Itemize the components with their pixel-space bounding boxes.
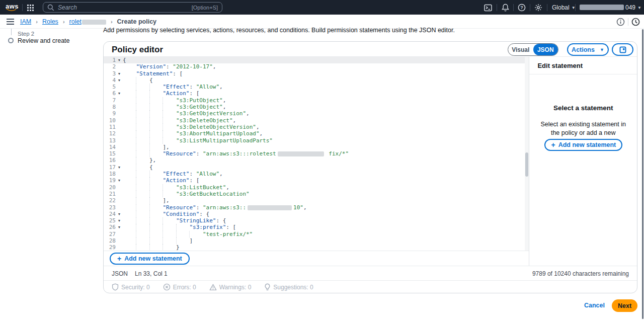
code-line[interactable]: 16}, xyxy=(104,157,529,164)
line-number: 1 xyxy=(104,57,116,63)
add-new-statement-button[interactable]: + Add new statement xyxy=(110,253,190,265)
info-panel-button[interactable] xyxy=(616,18,625,26)
fold-arrow-icon[interactable]: ▼ xyxy=(116,217,123,224)
line-number: 25 xyxy=(104,217,116,224)
global-search[interactable]: [Option+S] xyxy=(43,2,222,13)
indent-guide xyxy=(189,231,202,237)
code-line[interactable]: 27"test-prefix/*" xyxy=(104,231,529,237)
code-line[interactable]: 1▼{ xyxy=(104,57,529,63)
fold-arrow-icon[interactable]: ▼ xyxy=(116,164,123,171)
cloudshell-button[interactable] xyxy=(484,3,493,12)
code-line[interactable]: 28] xyxy=(104,237,529,244)
panel-add-new-statement-button[interactable]: + Add new statement xyxy=(544,139,622,151)
add-statement-label: Add new statement xyxy=(124,255,182,262)
side-nav-toggle[interactable] xyxy=(6,18,15,26)
services-menu-button[interactable] xyxy=(26,3,35,12)
code-line[interactable]: 24▼"Condition": { xyxy=(104,211,529,217)
code-line[interactable]: 23"Resource": "arn:aws:s3::10", xyxy=(104,204,529,211)
editor-scrollbar-thumb[interactable] xyxy=(525,152,528,177)
code-line[interactable]: 19▼"Action": [ xyxy=(104,177,529,184)
indent-guide xyxy=(176,231,189,237)
code-line[interactable]: 13"s3:ListMultipartUploadParts" xyxy=(104,137,529,144)
aws-logo[interactable]: aws xyxy=(6,3,19,12)
code-line[interactable]: 17▼{ xyxy=(104,164,529,171)
code-line[interactable]: 3▼"Statement": [ xyxy=(104,70,529,77)
fold-arrow-icon[interactable]: ▼ xyxy=(116,70,123,77)
fold-arrow-icon[interactable]: ▼ xyxy=(116,177,123,184)
next-button[interactable]: Next xyxy=(612,299,637,312)
indent-guide xyxy=(149,150,163,157)
divider xyxy=(575,4,576,11)
code-line[interactable]: 14], xyxy=(104,144,529,150)
code-line[interactable]: 12"s3:AbortMultipartUpload", xyxy=(104,130,529,137)
code-line[interactable]: 9"s3:GetObjectVersion", xyxy=(104,110,529,117)
notifications-button[interactable] xyxy=(501,3,510,12)
code-line[interactable]: 22], xyxy=(104,197,529,204)
code-line[interactable]: 6▼"Action": [ xyxy=(104,90,529,97)
cancel-button[interactable]: Cancel xyxy=(584,302,605,309)
code-text: "Statement": [ xyxy=(123,70,183,77)
indent-guide xyxy=(123,70,136,77)
recently-visited-button[interactable] xyxy=(631,18,640,26)
code-text: { xyxy=(123,164,153,171)
settings-button[interactable] xyxy=(534,3,543,12)
actions-dropdown-button[interactable]: Actions ▼ xyxy=(567,43,609,56)
fold-arrow-icon[interactable]: ▼ xyxy=(116,90,123,97)
breadcrumb-iam[interactable]: IAM xyxy=(20,18,31,25)
redacted-text xyxy=(248,205,292,210)
fold-gutter xyxy=(116,137,123,144)
indent-guide xyxy=(163,237,176,244)
fold-arrow-icon[interactable]: ▼ xyxy=(116,224,123,230)
code-line[interactable]: 10"s3:DeleteObject", xyxy=(104,117,529,124)
code-line[interactable]: 25▼"StringLike": { xyxy=(104,217,529,224)
region-selector[interactable]: Global▼ xyxy=(552,4,576,11)
code-editor[interactable]: 1▼{2"Version": "2012-10-17",3▼"Statement… xyxy=(104,57,529,251)
indent-guide xyxy=(136,84,149,90)
panel-add-statement-label: Add new statement xyxy=(558,141,616,148)
account-menu[interactable]: 049▼ xyxy=(625,4,641,11)
indent-guide xyxy=(149,217,163,224)
indent-guide xyxy=(149,110,163,117)
indent-guide xyxy=(123,184,136,191)
code-line[interactable]: 5"Effect": "Allow", xyxy=(104,84,529,90)
code-line[interactable]: 11"s3:DeleteObjectVersion", xyxy=(104,124,529,130)
search-input[interactable] xyxy=(58,4,192,11)
indent-guide xyxy=(149,84,163,90)
json-tab[interactable]: JSON xyxy=(533,44,558,55)
indent-guide xyxy=(123,211,136,217)
indent-guide xyxy=(123,177,136,184)
line-number: 21 xyxy=(104,191,116,197)
fold-arrow-icon[interactable]: ▼ xyxy=(116,57,123,63)
maximize-editor-button[interactable] xyxy=(612,43,633,56)
step-radio-icon[interactable] xyxy=(8,38,14,43)
code-text: "test-prefix/*" xyxy=(123,231,253,237)
step-number-label: Step 2 xyxy=(18,31,34,37)
help-button[interactable]: ? xyxy=(517,3,526,12)
code-line[interactable]: 20"s3:ListBucket", xyxy=(104,184,529,191)
visual-tab[interactable]: Visual xyxy=(508,44,533,55)
indent-guide xyxy=(123,224,136,230)
breadcrumb-role-name[interactable]: rolet xyxy=(69,18,106,25)
fold-arrow-icon[interactable]: ▼ xyxy=(116,211,123,217)
code-line[interactable]: 4▼{ xyxy=(104,77,529,84)
breadcrumb-roles[interactable]: Roles xyxy=(42,18,58,25)
code-line[interactable]: 21"s3:GetBucketLocation" xyxy=(104,191,529,197)
search-icon xyxy=(47,4,54,11)
code-line[interactable]: 7"s3:PutObject", xyxy=(104,97,529,104)
shield-icon xyxy=(112,283,119,291)
fold-gutter xyxy=(116,63,123,70)
code-line[interactable]: 15"Resource": "arn:aws:s3:::roletest fix… xyxy=(104,150,529,157)
aws-console-page: aws [Option+S] xyxy=(0,0,644,320)
code-line[interactable]: 29} xyxy=(104,244,529,251)
code-text: "s3:ListBucket", xyxy=(123,184,229,191)
code-line[interactable]: 26▼"s3:prefix": [ xyxy=(104,224,529,230)
fold-arrow-icon[interactable]: ▼ xyxy=(116,77,123,84)
step-review-and-create[interactable]: Review and create xyxy=(18,37,70,44)
editor-scrollbar[interactable] xyxy=(525,57,529,251)
code-line[interactable]: 18"Effect": "Allow", xyxy=(104,171,529,177)
code-line[interactable]: 8"s3:GetObject", xyxy=(104,104,529,110)
cloudshell-terminal-icon xyxy=(484,4,492,12)
code-line[interactable]: 2"Version": "2012-10-17", xyxy=(104,63,529,70)
indent-guide xyxy=(149,191,163,197)
page-scrollbar[interactable] xyxy=(642,29,643,319)
